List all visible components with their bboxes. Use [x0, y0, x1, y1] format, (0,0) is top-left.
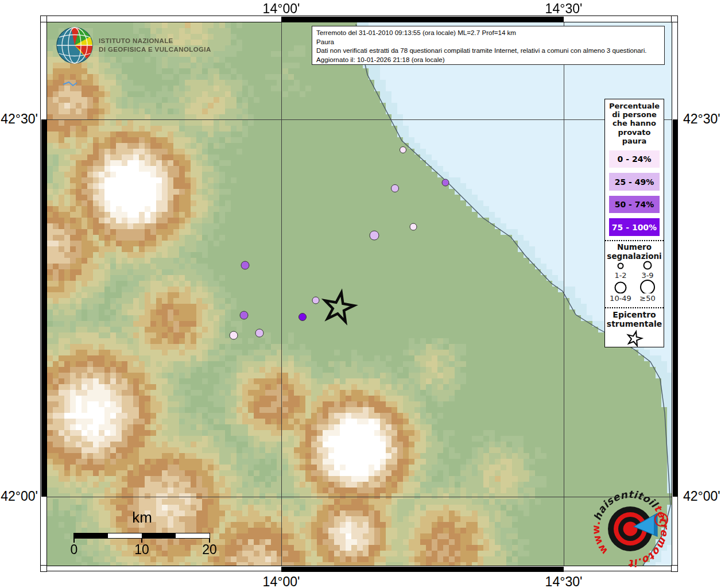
ingv-branding: ISTITUTO NAZIONALE DI GEOFISICA E VULCAN…: [55, 26, 211, 64]
legend-title-line: paura: [609, 137, 660, 145]
frame-corner-tr: [671, 16, 678, 22]
count-size-key: 1-2 3-9: [606, 261, 663, 293]
event-update-time: Aggiornato il: 10-01-2026 21:18 (ora loc…: [316, 55, 660, 64]
lon-label-bottom-14-30: 14°30': [529, 574, 598, 588]
ingv-globe-logo-icon: [55, 26, 94, 64]
event-title: Terremoto del 31-01-2010 09:13:55 (ora l…: [316, 28, 660, 37]
screenshot-root: { "branding": { "institute_line1": "ISTI…: [0, 0, 721, 588]
lon-label-top-14-00: 14°00': [247, 1, 316, 17]
frame-corner-tl: [40, 16, 47, 22]
legend-title-line: di persone: [609, 110, 660, 119]
count-title-line: segnalazioni: [607, 252, 661, 261]
frame-corner-bl: [40, 565, 47, 572]
scalebar-seg: [108, 533, 142, 538]
legend-title-line: provato: [609, 128, 660, 137]
legend-swatch-0-24: 0 - 24%: [609, 150, 660, 168]
lat-label-right-42-30: 42°30': [683, 111, 720, 127]
institute-name-line1: ISTITUTO NAZIONALE: [99, 37, 211, 45]
frame-band-left: [41, 119, 47, 497]
frame-band-top: [281, 17, 564, 22]
lat-label-left-42-30: 42°30': [0, 111, 38, 127]
lat-label-right-42-00: 42°00': [683, 489, 720, 504]
epicenter-title-line: strumentale: [607, 319, 662, 329]
legend-divider: [605, 307, 664, 308]
count-label-50: ≥50: [639, 294, 655, 303]
lon-label-bottom-14-00: 14°00': [247, 574, 316, 588]
count-size-key-labels: 10-49 ≥50: [606, 293, 663, 303]
legend-title-line: Percentuale: [609, 102, 660, 110]
legend-divider: [605, 240, 664, 241]
count-label-3-9: 3-9: [641, 271, 653, 280]
event-info-box: Terremoto del 31-01-2010 09:13:55 (ora l…: [312, 26, 665, 65]
scalebar-label-10: 10: [125, 542, 159, 558]
scalebar-seg: [74, 533, 108, 538]
lon-label-top-14-30: 14°30': [529, 1, 598, 17]
count-label-1-2: 1-2: [614, 271, 626, 280]
legend-swatch-75-100: 75 - 100%: [609, 218, 660, 235]
haisentito-watermark-logo: www.haisentitoilterremoto.it ?: [587, 484, 674, 576]
scalebar-label-0: 0: [57, 542, 91, 558]
legend-title-line: che hanno: [609, 119, 660, 127]
legend-swatch-25-49: 25 - 49%: [609, 173, 660, 190]
scalebar-seg: [176, 533, 210, 538]
map-frame-inner: [46, 22, 672, 566]
institute-name-line2: DI GEOFISICA E VULCANOLOGIA: [99, 45, 211, 54]
scalebar-unit: km: [92, 509, 192, 527]
haisentito-logo-icon: www.haisentitoilterremoto.it ?: [587, 484, 674, 574]
watermark-www: www.: [590, 520, 610, 556]
epicenter-star-icon: [623, 329, 646, 347]
scalebar: [73, 533, 210, 539]
frame-band-bottom: [281, 567, 564, 572]
map-legend: Percentuale di persone che hanno provato…: [604, 99, 664, 347]
lat-label-left-42-00: 42°00': [0, 489, 38, 504]
count-title-line: Numero: [607, 242, 661, 252]
legend-swatch-50-74: 50 - 74%: [609, 196, 660, 213]
scalebar-seg: [142, 533, 176, 538]
event-disclaimer: Dati non verificati estratti da 78 quest…: [316, 46, 660, 55]
scalebar-label-20: 20: [192, 542, 227, 558]
frame-band-right: [673, 119, 679, 497]
epicenter-title-line: Epicentro: [607, 310, 662, 320]
event-effect: Paura: [316, 37, 660, 47]
count-label-10-49: 10-49: [610, 294, 631, 303]
